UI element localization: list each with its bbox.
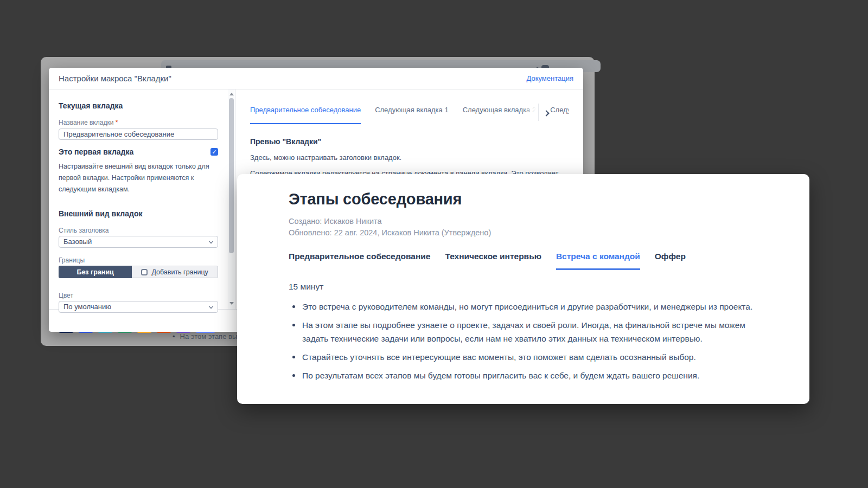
scroll-up-arrow-icon[interactable] bbox=[229, 93, 234, 95]
interview-stages-card: Этапы собеседования Создано: Искаков Ник… bbox=[237, 174, 809, 404]
tab-name-input[interactable] bbox=[59, 129, 218, 140]
add-border-label: Добавить границу bbox=[151, 268, 208, 276]
scroll-down-arrow-icon[interactable] bbox=[229, 302, 234, 305]
borders-label: Границы bbox=[59, 256, 218, 264]
duration-text: 15 минут bbox=[289, 282, 777, 292]
style-select[interactable]: Базовый bbox=[59, 236, 218, 248]
first-tab-row: Это первая вкладка ✓ bbox=[59, 147, 218, 156]
stage-details-list: Это встреча с руководителем команды, но … bbox=[289, 300, 769, 382]
form-scrollbar[interactable] bbox=[228, 89, 235, 309]
no-border-segment[interactable]: Без границ bbox=[59, 266, 132, 278]
dialog-header: Настройки макроса "Вкладки" Документация bbox=[49, 68, 583, 89]
card-title: Этапы собеседования bbox=[289, 190, 777, 208]
card-tab-preliminary[interactable]: Предварительное собеседование bbox=[289, 252, 430, 270]
style-label: Стиль заголовка bbox=[59, 227, 218, 234]
settings-form-panel: Текущая вкладка Название вкладки * Это п… bbox=[49, 89, 228, 309]
list-item: По результатам всех этапов мы будем гото… bbox=[289, 369, 769, 382]
created-by-text: Создано: Искаков Никита bbox=[289, 216, 777, 227]
required-asterisk: * bbox=[116, 119, 118, 126]
tabs-scroll-right-button[interactable] bbox=[543, 109, 554, 120]
list-item: Это встреча с руководителем команды, но … bbox=[289, 300, 769, 313]
preview-tab-1[interactable]: Предварительное собеседование bbox=[250, 106, 361, 124]
preview-heading: Превью "Вкладки" bbox=[250, 137, 569, 146]
preview-tab-2[interactable]: Следующая вкладка 1 bbox=[375, 106, 449, 124]
style-select-value: Базовый bbox=[63, 237, 92, 246]
bullet-marker: • bbox=[173, 332, 175, 341]
first-tab-label: Это первая вкладка bbox=[59, 147, 133, 156]
preview-paragraph-1: Здесь, можно настраивать заголовки вклад… bbox=[250, 153, 569, 162]
section-current-tab: Текущая вкладка bbox=[59, 101, 218, 110]
borders-segmented-control: Без границ Добавить границу bbox=[59, 266, 218, 278]
list-item: На этом этапе вы подробнее узнаете о про… bbox=[289, 318, 769, 345]
preview-tabs: Предварительное собеседование Следующая … bbox=[250, 106, 569, 124]
section-appearance: Внешний вид вкладок bbox=[59, 209, 218, 218]
chevron-right-icon bbox=[543, 110, 549, 116]
card-tab-team-meeting[interactable]: Встреча с командой bbox=[556, 252, 640, 270]
card-meta: Создано: Искаков Никита Обновлено: 22 ав… bbox=[289, 216, 777, 239]
add-border-segment[interactable]: Добавить границу bbox=[132, 266, 218, 278]
tabs-overflow-fade bbox=[523, 105, 538, 121]
add-border-checkbox[interactable] bbox=[141, 269, 148, 275]
updated-by-text: Обновлено: 22 авг. 2024, Искаков Никита … bbox=[289, 227, 777, 239]
card-tab-technical[interactable]: Техническое интервью bbox=[445, 252, 541, 270]
scrollbar-thumb[interactable] bbox=[229, 98, 234, 253]
color-label: Цвет bbox=[59, 292, 218, 299]
tabs-overflow-separator bbox=[538, 104, 539, 121]
first-tab-hint: Настраивайте внешний вид вкладок только … bbox=[59, 161, 218, 195]
color-select-value: По умолчанию bbox=[63, 303, 111, 311]
first-tab-checkbox[interactable]: ✓ bbox=[210, 148, 218, 156]
documentation-link[interactable]: Документация bbox=[527, 74, 574, 82]
chevron-down-icon bbox=[209, 304, 213, 309]
chevron-down-icon bbox=[209, 239, 213, 243]
color-select[interactable]: По умолчанию bbox=[59, 301, 218, 313]
tab-name-label: Название вкладки * bbox=[59, 119, 218, 126]
dialog-title: Настройки макроса "Вкладки" bbox=[59, 74, 171, 83]
tab-name-label-text: Название вкладки bbox=[59, 119, 113, 126]
list-item: Старайтесь уточнять все интересующие вас… bbox=[289, 350, 769, 364]
card-tab-offer[interactable]: Оффер bbox=[655, 252, 686, 270]
card-tabs: Предварительное собеседование Техническо… bbox=[289, 252, 777, 270]
